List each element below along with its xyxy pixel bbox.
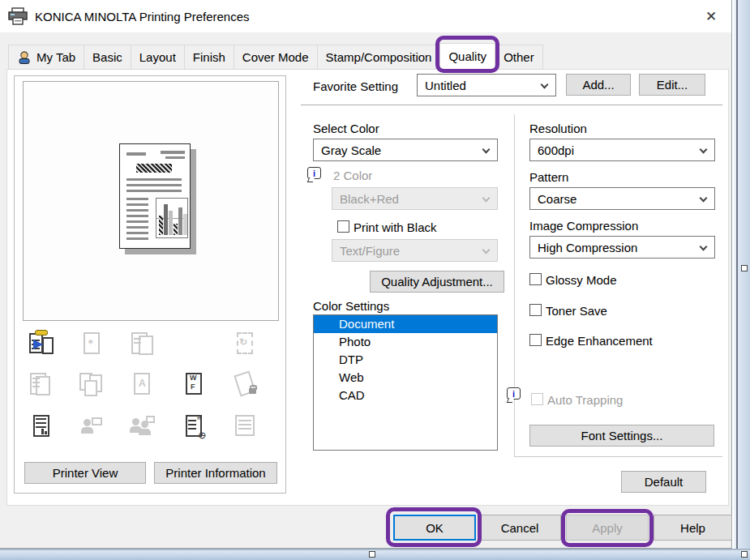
printer-view-button[interactable]: Printer View bbox=[24, 462, 146, 484]
tab-label: Cover Mode bbox=[242, 50, 309, 64]
chevron-down-icon bbox=[700, 195, 708, 203]
auto-trapping-checkbox bbox=[531, 393, 543, 405]
ok-label: OK bbox=[426, 521, 444, 535]
edge-enhancement-label: Edge Enhancement bbox=[546, 334, 653, 348]
list-item-cad[interactable]: CAD bbox=[314, 387, 497, 404]
favorite-setting-label: Favorite Setting bbox=[313, 79, 398, 93]
print-with-black-checkbox[interactable] bbox=[337, 220, 349, 233]
tab-label: Stamp/Composition bbox=[326, 50, 432, 64]
tab-quality[interactable]: Quality bbox=[439, 43, 495, 70]
title-bar: KONICA MINOLTA Printing Preferences ✕ bbox=[0, 0, 731, 32]
selection-handle[interactable] bbox=[369, 551, 375, 558]
selection-handle[interactable] bbox=[741, 551, 748, 558]
collate-icon bbox=[28, 370, 55, 398]
page-preview bbox=[23, 81, 279, 321]
cancel-label: Cancel bbox=[501, 521, 539, 535]
select-color-select[interactable]: Gray Scale bbox=[313, 139, 498, 161]
help-button[interactable]: Help bbox=[654, 515, 732, 541]
paper-settings-icon bbox=[231, 413, 259, 440]
pattern-label: Pattern bbox=[529, 170, 568, 184]
add-label: Add... bbox=[582, 78, 614, 92]
cancel-button[interactable]: Cancel bbox=[478, 515, 561, 541]
printer-icon bbox=[8, 7, 28, 25]
list-item-dtp[interactable]: DTP bbox=[314, 351, 497, 369]
resolution-select[interactable]: 600dpi bbox=[529, 139, 715, 161]
secure-print-icon bbox=[28, 330, 55, 357]
chevron-down-icon bbox=[482, 195, 491, 203]
list-item-document[interactable]: Document bbox=[314, 315, 497, 333]
account-track-icon bbox=[128, 413, 156, 440]
pattern-select[interactable]: Coarse bbox=[529, 187, 715, 210]
add-button[interactable]: Add... bbox=[566, 74, 631, 96]
thumbnail-bar-chart bbox=[156, 198, 188, 238]
tab-finish[interactable]: Finish bbox=[184, 45, 234, 70]
printer-view-label: Printer View bbox=[53, 466, 118, 480]
favorite-separator bbox=[301, 105, 722, 105]
toner-save-checkbox[interactable] bbox=[529, 304, 542, 316]
ok-button[interactable]: OK bbox=[393, 515, 476, 541]
chevron-down-icon bbox=[482, 246, 491, 254]
tab-cover-mode[interactable]: Cover Mode bbox=[234, 45, 318, 70]
edge-enhancement-checkbox[interactable] bbox=[529, 334, 542, 346]
image-compression-value: High Compression bbox=[538, 241, 637, 254]
copies-icon bbox=[128, 330, 156, 357]
tab-label: Basic bbox=[92, 50, 122, 64]
info-icon: i bbox=[507, 387, 521, 400]
color-settings-label: Color Settings bbox=[313, 299, 389, 313]
select-color-value: Gray Scale bbox=[321, 143, 381, 157]
tab-label: My Tab bbox=[36, 50, 75, 64]
page-number-icon: # ◷ bbox=[180, 413, 208, 440]
tab-label: Quality bbox=[448, 49, 486, 63]
chevron-down-icon bbox=[541, 81, 549, 89]
two-color-value: Black+Red bbox=[340, 192, 399, 206]
tab-layout[interactable]: Layout bbox=[131, 45, 185, 70]
favorite-setting-select[interactable]: Untitled bbox=[417, 74, 556, 96]
overlay-icon: WF bbox=[180, 370, 208, 398]
tab-label: Other bbox=[504, 50, 534, 64]
two-color-select: Black+Red bbox=[332, 187, 498, 210]
help-label: Help bbox=[680, 521, 705, 535]
background-window-edge bbox=[736, 0, 738, 560]
column-separator bbox=[514, 114, 515, 456]
auto-trapping-label: Auto Trapping bbox=[547, 393, 623, 407]
window-title: KONICA MINOLTA Printing Preferences bbox=[35, 10, 250, 24]
quality-adjustment-label: Quality Adjustment... bbox=[381, 275, 493, 289]
default-button[interactable]: Default bbox=[621, 471, 706, 493]
tab-other[interactable]: Other bbox=[495, 45, 543, 70]
glossy-mode-checkbox[interactable] bbox=[529, 273, 542, 285]
combination-icon bbox=[78, 370, 105, 398]
print-with-black-label: Print with Black bbox=[354, 220, 437, 234]
apply-label: Apply bbox=[592, 521, 623, 535]
select-color-label: Select Color bbox=[313, 122, 379, 135]
apply-button: Apply bbox=[566, 515, 649, 541]
resolution-value: 600dpi bbox=[538, 143, 574, 157]
tab-basic[interactable]: Basic bbox=[84, 45, 131, 70]
tab-strip: My Tab Basic Layout Finish Cover Mode St… bbox=[8, 43, 542, 70]
background-window-right-strip bbox=[734, 0, 750, 560]
font-settings-button[interactable]: Font Settings... bbox=[529, 425, 714, 447]
printer-information-button[interactable]: Printer Information bbox=[154, 462, 277, 484]
glossy-mode-label: Glossy Mode bbox=[546, 273, 617, 287]
tab-label: Layout bbox=[139, 50, 176, 64]
list-item-photo[interactable]: Photo bbox=[314, 333, 497, 351]
tab-stamp-composition[interactable]: Stamp/Composition bbox=[317, 45, 441, 70]
quality-adjustment-button[interactable]: Quality Adjustment... bbox=[370, 271, 504, 293]
tab-my-tab[interactable]: My Tab bbox=[8, 45, 84, 70]
text-figure-value: Text/Figure bbox=[340, 244, 400, 258]
printing-preferences-dialog: KONICA MINOLTA Printing Preferences ✕ My… bbox=[0, 0, 732, 549]
image-compression-select[interactable]: High Compression bbox=[529, 236, 715, 259]
chevron-down-icon bbox=[482, 146, 491, 154]
document-thumbnail bbox=[119, 143, 191, 249]
favorite-setting-value: Untitled bbox=[425, 79, 466, 92]
text-figure-select: Text/Figure bbox=[332, 239, 498, 262]
close-icon[interactable]: ✕ bbox=[699, 4, 723, 28]
chevron-down-icon bbox=[700, 243, 708, 251]
default-separator bbox=[514, 456, 722, 457]
default-label: Default bbox=[645, 475, 684, 489]
edit-button[interactable]: Edit... bbox=[639, 74, 705, 96]
selection-handle[interactable] bbox=[741, 265, 748, 271]
font-substitution-icon: A bbox=[128, 370, 156, 398]
booklet-lock-icon bbox=[231, 370, 259, 398]
chart-document-icon bbox=[28, 413, 55, 440]
list-item-web[interactable]: Web bbox=[314, 369, 497, 387]
